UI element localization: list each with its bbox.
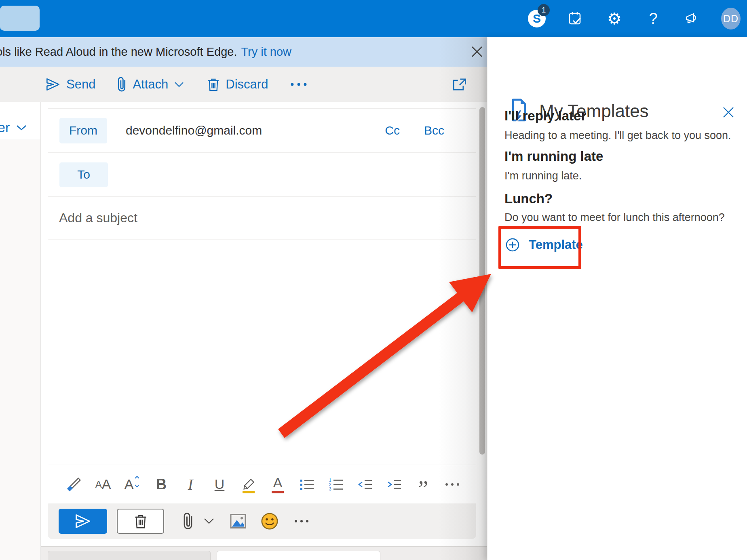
banner-try-it-now-link[interactable]: Try it now — [241, 45, 291, 59]
to-field-button[interactable]: To — [59, 162, 108, 187]
attach-button[interactable]: Attach — [116, 76, 184, 93]
from-row: From devondelfino@gmail.com Cc Bcc — [48, 109, 476, 153]
template-item-title[interactable]: Lunch? — [504, 191, 553, 206]
discard-button[interactable]: Discard — [207, 77, 268, 92]
compose-card: From devondelfino@gmail.com Cc Bcc To — [48, 108, 476, 539]
send-plane-icon — [74, 514, 92, 529]
more-actions-icon[interactable] — [293, 519, 310, 523]
bullet-list-icon[interactable] — [298, 474, 316, 495]
numbered-list-icon[interactable]: 123 — [327, 474, 345, 495]
indent-icon[interactable] — [385, 474, 403, 495]
send-button[interactable]: Send — [45, 77, 95, 92]
banner-close-icon[interactable] — [470, 45, 484, 59]
template-item-title[interactable]: I'm running late — [504, 149, 603, 164]
bold-icon[interactable]: B — [152, 474, 170, 495]
template-item-description[interactable]: Do you want to meet for lunch this after… — [504, 211, 725, 224]
font-size-icon[interactable]: A — [123, 474, 141, 495]
more-formatting-icon[interactable] — [443, 474, 461, 495]
left-rail-background — [0, 140, 40, 560]
paperclip-icon — [116, 76, 127, 93]
svg-text:1: 1 — [329, 478, 331, 482]
subject-input[interactable] — [59, 211, 423, 225]
compose-pane: From devondelfino@gmail.com Cc Bcc To — [41, 102, 487, 560]
app-top-bar: S 1 ⚙ ? — [0, 0, 747, 37]
subject-row — [48, 197, 476, 240]
to-row: To — [48, 153, 476, 197]
cc-button[interactable]: Cc — [385, 124, 400, 137]
template-item-description[interactable]: I'm running late. — [504, 170, 582, 182]
peek-card-left[interactable] — [48, 551, 211, 560]
panel-close-icon[interactable] — [721, 105, 736, 120]
left-rail-dropdown-partial[interactable]: er — [0, 120, 27, 135]
highlight-icon[interactable] — [240, 474, 257, 495]
bottom-cards-strip — [41, 547, 487, 560]
emoji-icon[interactable] — [260, 512, 279, 531]
settings-gear-icon[interactable]: ⚙ — [605, 9, 624, 28]
insert-image-icon[interactable] — [230, 513, 247, 529]
skype-icon[interactable]: S 1 — [527, 9, 547, 28]
bcc-button[interactable]: Bcc — [424, 124, 444, 137]
template-item-title[interactable]: I'll reply later — [504, 108, 586, 124]
help-icon[interactable]: ? — [644, 9, 663, 28]
compose-footer-bar — [48, 503, 476, 539]
font-icon[interactable]: AA — [94, 474, 112, 495]
font-color-icon[interactable]: A — [269, 474, 287, 495]
chevron-down-icon — [15, 124, 27, 131]
search-box-partial[interactable] — [0, 6, 40, 31]
trash-icon — [134, 513, 148, 529]
banner-message: ols like Read Aloud in the new Microsoft… — [0, 45, 237, 59]
plus-circle-icon — [505, 238, 520, 252]
send-plane-icon — [45, 78, 61, 91]
formatting-toolbar: AA A B I U A — [48, 465, 476, 503]
account-avatar[interactable]: DD — [721, 9, 741, 28]
format-painter-icon[interactable] — [65, 474, 83, 495]
underline-icon[interactable]: U — [211, 474, 228, 495]
edge-promo-banner: ols like Read Aloud in the new Microsoft… — [0, 37, 487, 67]
add-template-button[interactable]: Template — [505, 238, 583, 252]
quote-icon[interactable]: ” — [414, 474, 432, 495]
notification-badge: 1 — [538, 4, 550, 16]
svg-text:2: 2 — [329, 482, 331, 487]
attach-file-icon[interactable] — [182, 512, 194, 531]
trash-icon — [207, 77, 220, 92]
from-address-value: devondelfino@gmail.com — [126, 124, 262, 137]
message-body-area[interactable] — [48, 240, 476, 465]
compose-scrollbar[interactable] — [479, 107, 485, 455]
svg-text:3: 3 — [329, 487, 331, 491]
megaphone-icon[interactable] — [682, 9, 702, 28]
from-field-button[interactable]: From — [59, 118, 107, 143]
my-templates-panel: My Templates I'll reply later Heading to… — [487, 37, 747, 560]
send-message-button[interactable] — [59, 509, 107, 534]
outdent-icon[interactable] — [356, 474, 374, 495]
attach-chevron-icon[interactable] — [203, 518, 215, 525]
italic-icon[interactable]: I — [181, 474, 199, 495]
todo-checklist-icon[interactable] — [566, 9, 585, 28]
ellipsis-icon — [289, 82, 308, 87]
open-in-new-window-icon[interactable] — [452, 77, 467, 95]
more-commands-button[interactable] — [289, 82, 308, 87]
discard-draft-button[interactable] — [117, 509, 164, 534]
compose-command-bar: Send Attach Discard — [0, 67, 487, 102]
chevron-down-icon — [174, 81, 184, 88]
peek-card-right[interactable] — [217, 551, 380, 560]
template-item-description[interactable]: Heading to a meeting. I'll get back to y… — [504, 129, 731, 142]
